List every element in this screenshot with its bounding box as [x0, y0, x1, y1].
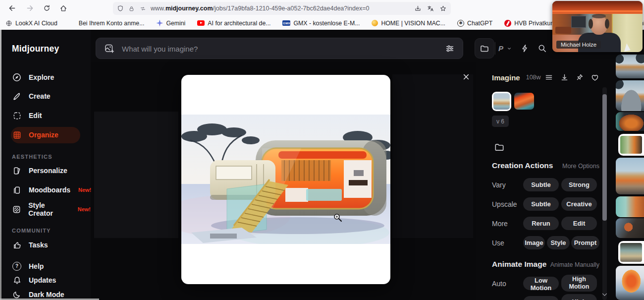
high-motion-button[interactable]: High Motion — [561, 275, 597, 292]
sidebar-item-label: Dark Mode — [29, 291, 64, 299]
permissions-icon — [139, 5, 147, 12]
sidebar-item-personalize[interactable]: Personalize — [12, 164, 67, 178]
job-history-strip — [614, 30, 644, 300]
vary-strong-button[interactable]: Strong — [561, 178, 597, 191]
webcam-person — [592, 14, 606, 18]
panel-title-row: Imagine 108w — [484, 72, 599, 82]
midjourney-logo[interactable]: Midjourney — [12, 44, 59, 54]
sidebar-item-updates[interactable]: Updates — [12, 273, 56, 287]
history-thumbnail[interactable] — [616, 80, 644, 111]
shield-icon — [117, 5, 124, 12]
translate-icon[interactable] — [427, 5, 434, 12]
dimmed-grid-item — [94, 112, 178, 238]
partial-left-button[interactable] — [523, 296, 559, 300]
sidebar-item-create[interactable]: Create — [12, 89, 51, 103]
close-button[interactable] — [461, 71, 472, 82]
bookmark-ms-konto[interactable]: Bei Ihrem Konto anme... — [69, 20, 145, 27]
use-prompt-button[interactable]: Prompt — [571, 236, 599, 249]
bookmark-chatgpt[interactable]: ✻ ChatGPT — [457, 20, 492, 27]
home-icon — [59, 4, 67, 12]
webcam-scene — [571, 16, 586, 28]
webcam-name-label: Michael Holze — [556, 41, 601, 49]
save-page-icon[interactable] — [414, 5, 422, 12]
lock-icon — [128, 5, 135, 12]
browser-chrome: www.midjourney.com/jobs/17a9bfa8-1210-45… — [0, 0, 644, 30]
job-thumbnail-2[interactable] — [514, 93, 534, 110]
sidebar-item-tasks[interactable]: Tasks — [12, 238, 48, 252]
community-header: COMMUNITY — [12, 228, 51, 234]
sidebar-item-edit[interactable]: Edit — [12, 109, 42, 122]
heart-icon[interactable] — [590, 73, 599, 82]
download-icon[interactable] — [560, 73, 569, 82]
upscale-subtle-button[interactable]: Subtle — [523, 197, 559, 211]
menu-lines-icon[interactable] — [544, 73, 553, 81]
version-chip-label: v 6 — [496, 118, 504, 125]
home-button[interactable] — [56, 2, 70, 15]
bookmark-star-icon[interactable] — [439, 5, 447, 12]
vary-row: Vary Subtle Strong — [484, 178, 599, 192]
history-thumbnail[interactable] — [616, 218, 644, 238]
pages-icon — [12, 166, 22, 176]
partial-high-motion-button[interactable]: High — [561, 294, 597, 300]
gmx-icon: GMX — [282, 20, 290, 26]
low-motion-button[interactable]: Low Motion — [523, 277, 559, 290]
use-image-button[interactable]: Image — [523, 236, 545, 249]
sidebar-item-moodboards[interactable]: Moodboards New! — [12, 183, 91, 197]
upscale-label: Upscale — [492, 200, 517, 208]
sidebar-item-organize[interactable]: Organize — [12, 128, 58, 142]
upscale-creative-button[interactable]: Creative — [561, 197, 597, 211]
animate-manually-link[interactable]: Animate Manually — [550, 261, 599, 268]
sidebar-item-label: Updates — [29, 276, 56, 284]
webcam-overlay[interactable]: Michael Holze — [552, 1, 643, 52]
sidebar-item-style-creator[interactable]: Style Creator New! — [12, 202, 91, 216]
search-icon[interactable] — [537, 44, 547, 53]
partial-row: High — [484, 296, 599, 300]
history-thumbnail[interactable] — [616, 158, 644, 194]
forward-button[interactable] — [23, 2, 37, 15]
bookmark-gemini[interactable]: Gemini — [156, 20, 185, 27]
job-thumbnail-1[interactable] — [492, 92, 511, 111]
panel-scrollbar-thumb[interactable] — [602, 94, 607, 221]
panel-folder-button[interactable] — [494, 142, 505, 153]
chevron-down-icon[interactable] — [506, 46, 512, 52]
scroll-down-chevron[interactable] — [602, 293, 607, 297]
bookmark-lookx[interactable]: LookX AI Cloud — [5, 19, 57, 27]
history-thumbnail[interactable] — [616, 266, 644, 300]
edit-button[interactable]: Edit — [561, 217, 597, 230]
sidebar-item-help[interactable]: ? Help — [12, 259, 44, 273]
history-thumbnail[interactable] — [616, 112, 644, 131]
folders-button[interactable] — [475, 38, 494, 59]
profile-button[interactable]: P — [498, 44, 503, 53]
creation-actions-header: Creation Actions More Options — [484, 161, 599, 170]
upscale-row: Upscale Subtle Creative — [484, 197, 599, 212]
history-thumbnail[interactable] — [616, 55, 644, 78]
microsoft-icon — [69, 20, 76, 26]
reload-button[interactable] — [40, 2, 54, 15]
bookmark-gmx[interactable]: GMX GMX - kostenlose E-M... — [282, 20, 360, 27]
pin-icon[interactable] — [576, 73, 584, 81]
url-bar[interactable]: www.midjourney.com/jobs/17a9bfa8-1210-45… — [113, 2, 451, 15]
youtube-icon — [197, 20, 205, 26]
job-thumbnail-1-image — [493, 93, 510, 110]
job-image-card[interactable] — [181, 75, 390, 284]
bookmarks-bar: LookX AI Cloud Bei Ihrem Konto anme... G… — [0, 16, 644, 30]
rerun-button[interactable]: Rerun — [523, 217, 559, 230]
version-chip[interactable]: v 6 — [492, 116, 509, 127]
history-thumbnail[interactable] — [618, 134, 644, 156]
vary-subtle-button[interactable]: Subtle — [523, 178, 559, 191]
history-thumbnail[interactable] — [616, 196, 644, 217]
more-options-link[interactable]: More Options — [562, 163, 599, 170]
search-input[interactable] — [121, 38, 400, 60]
bookmark-youtube-ai[interactable]: AI for architectural de... — [197, 20, 270, 27]
webcam-scene — [555, 27, 571, 34]
bookmark-home-vision[interactable]: HOME | VISION MAC... — [372, 20, 445, 27]
use-style-button[interactable]: Style — [547, 236, 570, 249]
back-button[interactable] — [5, 2, 19, 15]
sidebar-item-explore[interactable]: Explore — [12, 70, 54, 84]
job-image[interactable] — [181, 115, 390, 244]
lightning-icon[interactable] — [520, 44, 530, 53]
history-thumbnail[interactable] — [618, 241, 644, 264]
thumbs-up-icon — [12, 240, 22, 250]
sliders-icon[interactable] — [445, 44, 455, 54]
sidebar: Midjourney Explore Create Edit Organize … — [0, 30, 91, 300]
